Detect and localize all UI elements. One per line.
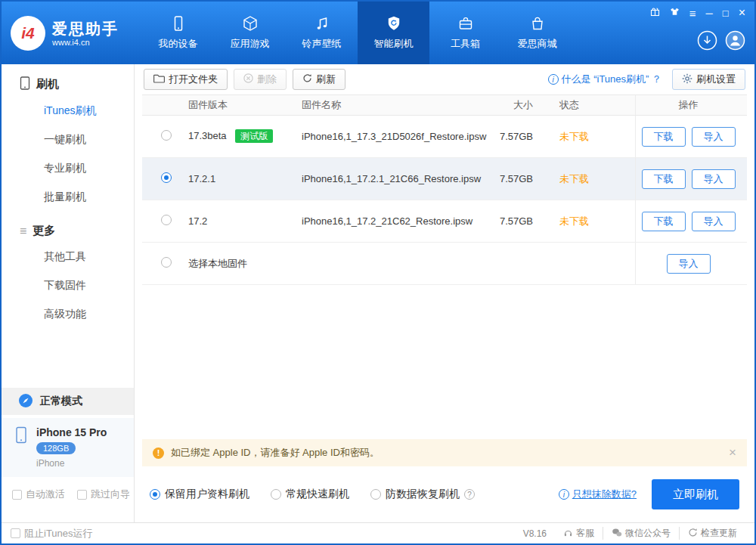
device-mode-indicator[interactable]: 正常模式 bbox=[2, 388, 134, 415]
download-manager-icon[interactable] bbox=[697, 30, 717, 51]
close-icon[interactable]: × bbox=[739, 7, 745, 19]
col-version: 固件版本 bbox=[188, 98, 302, 112]
firmware-radio[interactable] bbox=[161, 130, 172, 141]
radio-label: 保留用户资料刷机 bbox=[165, 488, 249, 501]
info-circle-icon: i bbox=[548, 74, 559, 85]
nav-smart-flash[interactable]: 智能刷机 bbox=[358, 2, 429, 64]
folder-icon bbox=[153, 73, 165, 85]
firmware-status: 未下载 bbox=[559, 172, 635, 186]
erase-data-link[interactable]: i 只想抹除数据? bbox=[559, 488, 637, 501]
firmware-radio[interactable] bbox=[161, 172, 172, 183]
table-row[interactable]: 17.3beta 测试版 iPhone16,1_17.3_21D5026f_Re… bbox=[142, 116, 747, 158]
main-nav: 我的设备 应用游戏 铃声壁纸 智能刷机 bbox=[142, 2, 573, 64]
gift-icon[interactable] bbox=[650, 7, 660, 19]
nav-apps-games[interactable]: 应用游戏 bbox=[214, 2, 286, 64]
warning-icon: ! bbox=[153, 447, 164, 459]
mode-label: 正常模式 bbox=[40, 395, 82, 408]
device-type: iPhone bbox=[36, 458, 107, 469]
radio-icon bbox=[150, 489, 160, 500]
firmware-toolbar: 打开文件夹 删除 刷新 i 什么是 “i bbox=[135, 64, 754, 94]
delete-button[interactable]: 删除 bbox=[234, 69, 287, 90]
firmware-status: 未下载 bbox=[559, 215, 635, 228]
table-row-local-firmware[interactable]: 选择本地固件 导入 bbox=[142, 243, 747, 285]
support-link[interactable]: 客服 bbox=[555, 527, 603, 540]
device-phone-icon bbox=[14, 426, 29, 469]
firmware-version: 17.3beta bbox=[188, 130, 227, 141]
checkbox-label: 阻止iTunes运行 bbox=[24, 527, 93, 540]
button-label: 刷机设置 bbox=[696, 73, 736, 86]
sidebar-item-batch-flash[interactable]: 批量刷机 bbox=[2, 183, 134, 212]
firmware-radio[interactable] bbox=[161, 215, 172, 225]
anti-recovery-flash-radio[interactable]: 防数据恢复刷机 ? bbox=[370, 488, 475, 501]
info-circle-icon: i bbox=[559, 489, 569, 500]
wechat-icon bbox=[612, 528, 622, 540]
nav-label: 智能刷机 bbox=[374, 37, 414, 51]
link-label: 什么是 “iTunes刷机” ？ bbox=[562, 73, 662, 86]
open-folder-button[interactable]: 打开文件夹 bbox=[144, 69, 228, 90]
refresh-icon bbox=[302, 73, 312, 85]
mode-gauge-icon bbox=[18, 393, 33, 410]
link-label: 只想抹除数据? bbox=[572, 488, 637, 501]
import-button[interactable]: 导入 bbox=[692, 127, 736, 147]
import-button[interactable]: 导入 bbox=[692, 169, 736, 189]
logo-icon: i4 bbox=[11, 16, 45, 51]
download-button[interactable]: 下载 bbox=[642, 127, 686, 147]
flash-now-button[interactable]: 立即刷机 bbox=[652, 479, 739, 509]
normal-fast-flash-radio[interactable]: 常规快速刷机 bbox=[271, 488, 349, 501]
nav-store[interactable]: 爱思商城 bbox=[501, 2, 573, 64]
theme-skin-icon[interactable] bbox=[670, 7, 680, 19]
table-row[interactable]: 17.2.1 iPhone16,1_17.2.1_21C66_Restore.i… bbox=[142, 158, 747, 200]
col-name: 固件名称 bbox=[302, 98, 499, 112]
minimize-icon[interactable]: ─ bbox=[706, 8, 713, 18]
nav-my-devices[interactable]: 我的设备 bbox=[142, 2, 214, 64]
what-is-itunes-flash-link[interactable]: i 什么是 “iTunes刷机” ？ bbox=[548, 73, 662, 86]
sidebar-item-pro-flash[interactable]: 专业刷机 bbox=[2, 154, 134, 183]
nav-ringtones-wallpapers[interactable]: 铃声壁纸 bbox=[286, 2, 358, 64]
nav-label: 工具箱 bbox=[451, 37, 480, 51]
table-row[interactable]: 17.2 iPhone16,1_17.2_21C62_Restore.ipsw … bbox=[142, 200, 747, 243]
firmware-status: 未下载 bbox=[559, 130, 635, 144]
sidebar-item-other-tools[interactable]: 其他工具 bbox=[2, 243, 134, 271]
firmware-filename: iPhone16,1_17.2_21C62_Restore.ipsw bbox=[302, 215, 499, 227]
import-button[interactable]: 导入 bbox=[667, 254, 711, 274]
firmware-version: 17.2 bbox=[188, 215, 302, 227]
firmware-size: 7.57GB bbox=[499, 215, 559, 227]
checkbox-icon bbox=[11, 528, 20, 538]
menu-lines-icon: ≡ bbox=[20, 225, 26, 238]
auto-activate-checkbox[interactable]: 自动激活 bbox=[12, 488, 65, 501]
firmware-radio[interactable] bbox=[161, 257, 172, 268]
link-label: 检查更新 bbox=[701, 527, 737, 540]
window-controls: ≡ ─ □ × bbox=[650, 7, 745, 19]
check-update-link[interactable]: 检查更新 bbox=[679, 527, 745, 540]
app-site: www.i4.cn bbox=[52, 38, 119, 47]
nav-toolbox[interactable]: 工具箱 bbox=[429, 2, 501, 64]
checkbox-label: 自动激活 bbox=[26, 488, 65, 501]
flash-settings-button[interactable]: 刷机设置 bbox=[672, 69, 745, 90]
sidebar-item-advanced[interactable]: 高级功能 bbox=[2, 300, 134, 329]
checkbox-label: 跳过向导 bbox=[91, 488, 130, 501]
sidebar-item-download-firmware[interactable]: 下载固件 bbox=[2, 271, 134, 300]
warning-close-icon[interactable]: × bbox=[729, 445, 736, 460]
block-itunes-checkbox[interactable]: 阻止iTunes运行 bbox=[11, 527, 93, 540]
download-button[interactable]: 下载 bbox=[642, 169, 686, 189]
col-actions: 操作 bbox=[635, 95, 741, 115]
keep-data-flash-radio[interactable]: 保留用户资料刷机 bbox=[150, 488, 249, 501]
phone-icon bbox=[170, 15, 187, 32]
refresh-button[interactable]: 刷新 bbox=[293, 69, 345, 90]
main-menu-icon[interactable]: ≡ bbox=[689, 8, 696, 19]
import-button[interactable]: 导入 bbox=[692, 212, 736, 231]
radio-label: 常规快速刷机 bbox=[286, 488, 349, 501]
help-circle-icon[interactable]: ? bbox=[464, 489, 475, 500]
device-name: iPhone 15 Pro bbox=[36, 426, 107, 438]
sidebar-item-itunes-flash[interactable]: iTunes刷机 bbox=[2, 97, 134, 125]
user-account-icon[interactable] bbox=[725, 30, 745, 51]
radio-icon bbox=[271, 489, 281, 500]
nav-label: 爱思商城 bbox=[518, 37, 557, 51]
skip-setup-checkbox[interactable]: 跳过向导 bbox=[77, 488, 130, 501]
download-button[interactable]: 下载 bbox=[642, 212, 686, 231]
sidebar-item-onekey-flash[interactable]: 一键刷机 bbox=[2, 125, 134, 154]
maximize-icon[interactable]: □ bbox=[723, 8, 729, 18]
music-note-icon bbox=[314, 15, 330, 32]
wechat-link[interactable]: 微信公众号 bbox=[603, 527, 679, 540]
headset-icon bbox=[563, 528, 573, 540]
